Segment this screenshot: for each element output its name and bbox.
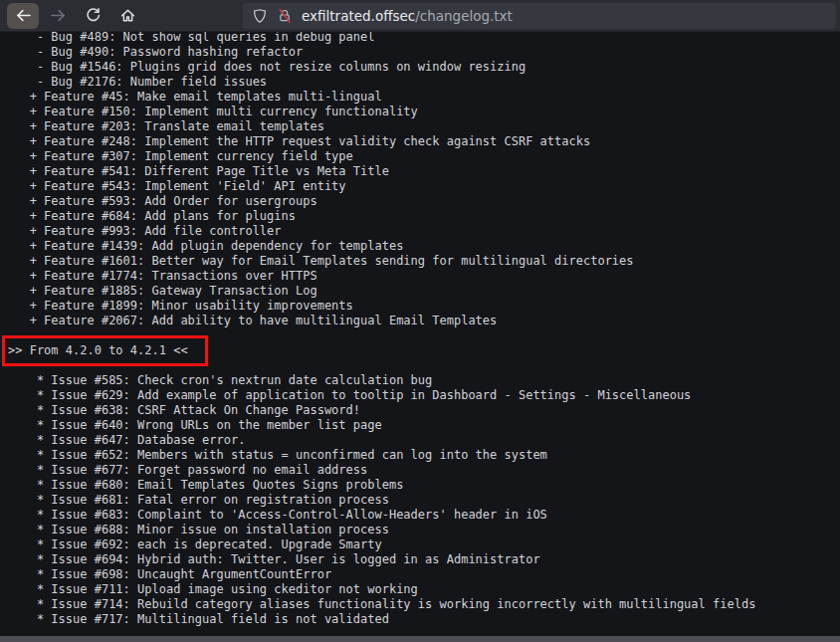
insecure-lock-strikethrough-icon[interactable]: [277, 8, 293, 24]
url-path: /changelog.txt: [415, 8, 513, 24]
url-domain: exfiltrated.offsec: [302, 8, 415, 24]
forward-arrow-icon: [50, 7, 67, 24]
browser-toolbar: exfiltrated.offsec/changelog.txt: [0, 0, 840, 32]
home-button[interactable]: [111, 3, 143, 29]
back-arrow-icon: [15, 7, 32, 24]
toolbar-spacer: [146, 15, 243, 16]
url-text: exfiltrated.offsec/changelog.txt: [302, 8, 513, 24]
page-content: - Bug #489: Not show sql queries in debu…: [0, 32, 840, 636]
tracking-protection-shield-icon[interactable]: [252, 8, 268, 24]
forward-button[interactable]: [42, 3, 74, 29]
home-icon: [119, 7, 136, 24]
changelog-text: - Bug #489: Not show sql queries in debu…: [0, 32, 840, 627]
back-button[interactable]: [7, 3, 39, 29]
url-bar[interactable]: exfiltrated.offsec/changelog.txt: [243, 3, 836, 29]
reload-icon: [85, 7, 102, 24]
reload-button[interactable]: [77, 3, 108, 29]
bottom-window-edge: [0, 636, 840, 642]
